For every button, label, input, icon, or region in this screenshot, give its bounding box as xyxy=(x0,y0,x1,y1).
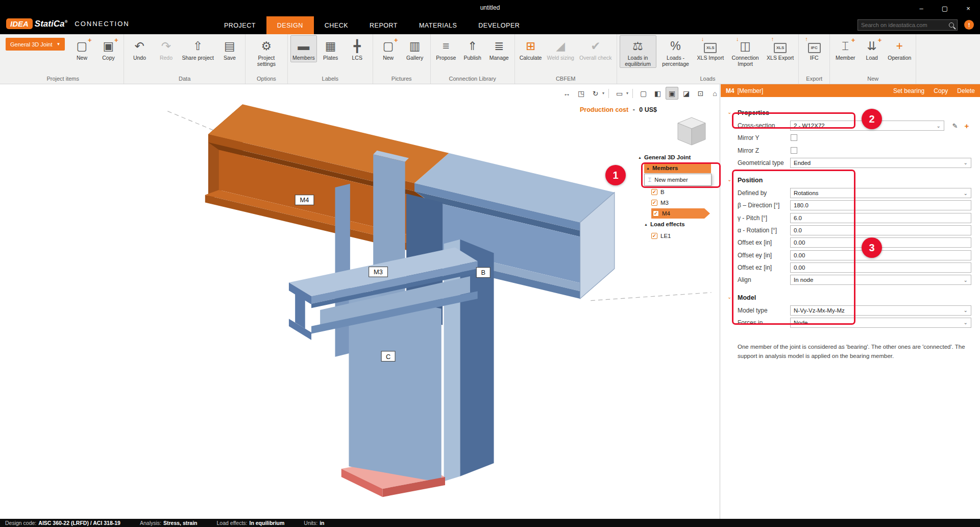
chevron-down-icon[interactable]: ▾ xyxy=(602,91,604,95)
search-icon[interactable] xyxy=(949,22,954,28)
ribbon-dropdown-general-3d-joint[interactable]: General 3D Joint▼ xyxy=(6,38,65,51)
gallery-icon: ▥ xyxy=(404,37,426,55)
ribbon-button-label: Undo xyxy=(133,55,146,61)
info-icon[interactable]: ! xyxy=(964,20,974,30)
ribbon-button-load[interactable]: ⇊+Load xyxy=(859,35,885,62)
annotation-box-3 xyxy=(732,170,855,325)
ribbon-button-label: Copy xyxy=(102,55,115,61)
collapse-icon[interactable]: ⌄ xyxy=(727,294,731,300)
add-cross-section-icon[interactable]: + xyxy=(962,121,972,131)
prop-row-mirror-y: Mirror Y xyxy=(721,132,980,144)
rotate-view-icon[interactable]: ↻ xyxy=(589,87,602,100)
chevron-down-icon: ⌄ xyxy=(964,307,968,313)
edit-cross-section-icon[interactable]: ✎ xyxy=(950,121,960,131)
ribbon-button-operation[interactable]: +Operation xyxy=(886,35,913,62)
undo-icon: ↶ xyxy=(129,37,150,55)
checkbox-checked-icon[interactable]: ✓ xyxy=(651,200,657,206)
search-box[interactable] xyxy=(857,19,958,31)
view-edges-icon[interactable]: ◪ xyxy=(680,87,693,100)
ribbon-button-connection-import[interactable]: ◫↓Connection Import xyxy=(727,35,764,68)
ribbon-button-propose[interactable]: ≡Propose xyxy=(433,35,459,62)
ribbon-button-gallery[interactable]: ▥Gallery xyxy=(402,35,428,62)
tab-materials[interactable]: MATERIALS xyxy=(408,16,468,34)
checkbox-mirror-y[interactable] xyxy=(791,134,797,141)
ribbon-button-loads-percentage[interactable]: %Loads - percentage xyxy=(657,35,694,68)
title-bar: untitled – ▢ × xyxy=(0,0,980,16)
chevron-down-icon: ⌄ xyxy=(964,320,968,325)
tree-group-load-effects[interactable]: ▲ Load effects xyxy=(644,219,685,229)
collapse-icon[interactable]: ⌄ xyxy=(727,177,731,182)
checkbox-mirror-z[interactable] xyxy=(791,147,797,154)
ribbon-button-label: Publish xyxy=(463,55,481,61)
ribbon-button-save[interactable]: ▤Save xyxy=(217,35,242,62)
expand-icon[interactable]: ▲ xyxy=(644,223,648,226)
ribbon-button-share-project[interactable]: ⇧Share project xyxy=(180,35,215,62)
ribbon-button-plates[interactable]: ▦Plates xyxy=(318,35,344,62)
ribbon-button-xls-import[interactable]: XLS↓XLS Import xyxy=(695,35,726,62)
view-cube[interactable] xyxy=(674,113,709,149)
view-transparent-icon[interactable]: ⊡ xyxy=(694,87,707,100)
checkbox-checked-icon[interactable]: ✓ xyxy=(651,189,657,195)
copy-member-button[interactable]: Copy xyxy=(934,87,948,94)
viewport-toolbar: ↔◳↻▾▭▾▢◧▣◪⊡⌂ xyxy=(560,87,721,100)
checkbox-checked-icon[interactable]: ✓ xyxy=(653,210,659,217)
tab-check[interactable]: CHECK xyxy=(314,16,359,34)
ribbon-button-redo: ↷Redo xyxy=(153,35,179,62)
annotation-box-1 xyxy=(641,162,721,188)
ribbon-button-new[interactable]: ▢+New xyxy=(69,35,94,62)
tree-item-member-b[interactable]: ✓ B xyxy=(651,187,665,197)
ribbon-button-xls-export[interactable]: XLS↑XLS Export xyxy=(765,35,796,62)
selected-member-id: M4 xyxy=(726,87,734,94)
ribbon-button-new[interactable]: ▢+New xyxy=(376,35,401,62)
ribbon-button-ifc[interactable]: IFC↑IFC xyxy=(801,35,827,62)
ribbon-button-manage[interactable]: ≣Manage xyxy=(486,35,512,62)
checkbox-checked-icon[interactable]: ✓ xyxy=(651,233,657,239)
measure-icon[interactable]: ↔ xyxy=(560,87,573,100)
search-input[interactable] xyxy=(861,22,947,28)
ribbon-button-publish[interactable]: ⇑Publish xyxy=(460,35,485,62)
view-shaded-icon[interactable]: ▣ xyxy=(666,87,678,100)
tab-design[interactable]: DESIGN xyxy=(266,16,314,34)
tree-item-member-m3[interactable]: ✓ M3 xyxy=(651,198,669,208)
ribbon-button-calculate[interactable]: ⊞Calculate xyxy=(518,35,544,62)
model-3d[interactable]: M4 M3 B C xyxy=(0,84,720,519)
tree-root-general-3d-joint[interactable]: ▲ General 3D Joint xyxy=(638,152,691,162)
ribbon-button-member[interactable]: ⌶+Member xyxy=(832,35,858,62)
view-solid-icon[interactable]: ◧ xyxy=(651,87,664,100)
expand-icon[interactable]: ▲ xyxy=(638,156,642,159)
home-view-icon[interactable]: ⌂ xyxy=(708,87,721,100)
ribbon-group-name: Data xyxy=(127,75,242,84)
status-units: Units:in xyxy=(304,520,324,526)
operation-icon: + xyxy=(889,37,910,55)
tree-item-le1[interactable]: ✓ LE1 xyxy=(651,231,671,241)
ribbon-button-copy[interactable]: ▣+Copy xyxy=(95,35,121,62)
selection-mode-icon[interactable]: ▭ xyxy=(613,87,626,100)
viewport-3d[interactable]: M4 M3 B C xyxy=(0,84,720,519)
ribbon-button-label: XLS Import xyxy=(697,55,724,61)
ribbon-button-loads-in-equilibrium[interactable]: ⚖Loads in equilibrium xyxy=(620,35,656,68)
fit-view-icon[interactable]: ◳ xyxy=(575,87,587,100)
set-bearing-button[interactable]: Set bearing xyxy=(893,87,924,94)
ribbon-button-lcs[interactable]: ╋LCS xyxy=(345,35,370,62)
maximize-icon[interactable]: ▢ xyxy=(933,0,957,16)
logo-idea-badge: IDEA xyxy=(6,18,33,29)
chevron-down-icon: ⌄ xyxy=(964,190,968,196)
ribbon-button-project-settings[interactable]: ⚙Project settings xyxy=(248,35,285,68)
tab-report[interactable]: REPORT xyxy=(359,16,408,34)
view-wireframe-icon[interactable]: ▢ xyxy=(637,87,650,100)
collapse-icon[interactable]: ⌄ xyxy=(727,109,731,115)
production-cost: Production cost - 0 US$ xyxy=(580,106,657,113)
chevron-down-icon[interactable]: ▾ xyxy=(626,91,628,95)
tab-developer[interactable]: DEVELOPER xyxy=(468,16,530,34)
ribbon-button-members[interactable]: ▬Members xyxy=(290,35,317,62)
ribbon-group-options: ⚙Project settingsOptions xyxy=(246,34,288,84)
copy-icon: ▣+ xyxy=(97,37,119,55)
dropdown-geometrical-type[interactable]: Ended⌄ xyxy=(790,158,971,168)
delete-member-button[interactable]: Delete xyxy=(957,87,975,94)
tab-project[interactable]: PROJECT xyxy=(213,16,266,34)
close-icon[interactable]: × xyxy=(957,0,980,16)
ribbon-button-undo[interactable]: ↶Undo xyxy=(127,35,152,62)
tree-item-member-m4-selected[interactable]: ✓ M4 xyxy=(651,208,704,219)
minimize-icon[interactable]: – xyxy=(910,0,933,16)
app-name: CONNECTION xyxy=(75,20,129,28)
